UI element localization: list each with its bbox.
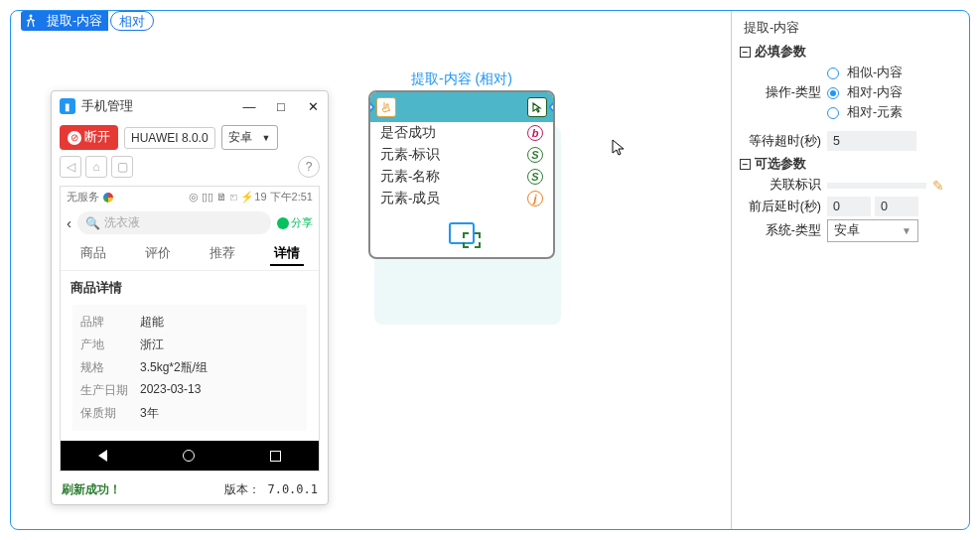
node-output-row: 元素-名称S — [370, 166, 553, 188]
section-optional[interactable]: − 可选参数 — [740, 155, 961, 173]
collapse-icon: − — [740, 47, 751, 58]
collapse-icon: − — [740, 159, 751, 170]
output-connector[interactable] — [548, 100, 555, 114]
chip-text-1: 提取-内容 — [41, 11, 108, 31]
svg-point-0 — [30, 15, 33, 18]
section-required[interactable]: − 必填参数 — [740, 43, 961, 61]
chevron-down-icon: ▼ — [262, 133, 271, 143]
radio-relative-element[interactable] — [827, 107, 839, 119]
type-badge: S — [527, 169, 543, 185]
phone-screen: 无服务 ◎ ▯▯ 🗎 ⏍ ⚡19 下午2:51 ‹ 🔍洗衣液 分享 商品评价推荐… — [60, 186, 320, 472]
mouse-cursor-icon — [611, 138, 627, 163]
panel-title: 提取-内容 — [740, 17, 961, 39]
type-badge: b — [527, 125, 543, 141]
tab-3[interactable]: 详情 — [270, 242, 304, 266]
type-badge: j — [527, 191, 543, 206]
wait-timeout-label: 等待超时(秒) — [740, 133, 827, 150]
element-thumb-icon — [449, 222, 475, 244]
android-navbar — [61, 441, 319, 471]
phone-manager-window: ▮ 手机管理 — □ ✕ ⊘断开 HUAWEI 8.0.0 安卓▼ ◁ ⌂ ▢ … — [51, 90, 329, 505]
op-type-label: 操作-类型 — [740, 84, 827, 101]
node-footer — [370, 209, 553, 257]
chip-text-2: 相对 — [110, 11, 154, 31]
detail-row: 规格3.5kg*2瓶/组 — [80, 356, 299, 379]
walk-icon — [21, 11, 41, 31]
cursor-icon — [527, 97, 547, 117]
maximize-button[interactable]: □ — [274, 99, 288, 113]
input-connector[interactable] — [368, 100, 375, 114]
share-button[interactable]: 分享 — [277, 215, 313, 230]
wait-timeout-input[interactable]: 5 — [827, 131, 916, 151]
disconnect-button[interactable]: ⊘断开 — [60, 125, 118, 150]
close-button[interactable]: ✕ — [306, 99, 320, 113]
phone-icon: ▮ — [60, 98, 75, 114]
node-box: 是否成功b元素-标识S元素-名称S元素-成员j — [368, 90, 555, 259]
tap-icon — [376, 97, 396, 117]
tab-1[interactable]: 评价 — [141, 242, 175, 266]
delay-label: 前后延时(秒) — [740, 199, 827, 215]
version-label: 版本： 7.0.0.1 — [224, 481, 318, 498]
search-box[interactable]: 🔍洗衣液 — [77, 211, 271, 234]
chevron-down-icon: ▼ — [902, 225, 911, 236]
delay-before-input[interactable]: 0 — [827, 197, 871, 216]
help-button[interactable]: ? — [298, 156, 320, 178]
wechat-icon — [277, 217, 289, 229]
radio-relative-content[interactable] — [827, 87, 839, 99]
detail-row: 产地浙江 — [80, 334, 299, 356]
nav-recent-icon[interactable] — [270, 451, 281, 462]
product-tabs: 商品评价推荐详情 — [61, 238, 319, 271]
stop-icon: ⊘ — [68, 131, 81, 145]
detail-section-title: 商品详情 — [61, 271, 319, 305]
type-badge: S — [527, 147, 543, 163]
relation-id-input[interactable] — [827, 183, 926, 189]
os-select[interactable]: 安卓▼ — [221, 125, 278, 150]
nav-home-button[interactable]: ⌂ — [85, 156, 107, 178]
relation-id-label: 关联标识 — [740, 177, 827, 194]
window-titlebar[interactable]: ▮ 手机管理 — □ ✕ — [52, 91, 328, 121]
window-title: 手机管理 — [81, 97, 224, 115]
radio-similar-content[interactable] — [827, 68, 839, 79]
nav-home-icon[interactable] — [183, 450, 195, 462]
system-type-label: 系统-类型 — [740, 222, 827, 239]
device-label: HUAWEI 8.0.0 — [124, 127, 215, 149]
nav-back-icon[interactable] — [98, 450, 107, 462]
detail-row: 品牌超能 — [80, 311, 299, 334]
node-header — [370, 92, 553, 122]
node-output-row: 元素-成员j — [370, 188, 553, 209]
delay-after-input[interactable]: 0 — [875, 197, 918, 216]
back-icon[interactable]: ‹ — [67, 214, 71, 231]
tab-0[interactable]: 商品 — [76, 242, 110, 266]
nav-back-button[interactable]: ◁ — [60, 156, 81, 178]
node-output-row: 元素-标识S — [370, 144, 553, 166]
tab-2[interactable]: 推荐 — [206, 242, 239, 266]
title-chip: 提取-内容 相对 — [21, 11, 154, 31]
edit-icon[interactable]: ✎ — [930, 178, 946, 194]
refresh-status: 刷新成功！ — [62, 481, 121, 498]
detail-row: 生产日期2023-03-13 — [80, 379, 299, 402]
system-type-select[interactable]: 安卓▼ — [827, 219, 918, 242]
node-output-row: 是否成功b — [370, 122, 553, 144]
main-frame: 提取-内容 相对 提取-内容 − 必填参数 相似-内容 操作-类型相对-内容 相… — [10, 10, 970, 530]
workflow-node[interactable]: 提取-内容 (相对) 是否成功b元素-标识S元素-名称S元素-成员j — [368, 70, 555, 259]
color-ring-icon — [103, 193, 113, 202]
minimize-button[interactable]: — — [242, 99, 256, 113]
node-title: 提取-内容 (相对) — [368, 70, 555, 88]
nav-recent-button[interactable]: ▢ — [111, 156, 133, 178]
detail-row: 保质期3年 — [80, 402, 299, 425]
status-icons: ◎ ▯▯ 🗎 ⏍ ⚡19 下午2:51 — [189, 190, 313, 204]
search-icon: 🔍 — [85, 216, 100, 230]
signal-status: 无服务 — [67, 190, 99, 204]
properties-panel: 提取-内容 − 必填参数 相似-内容 操作-类型相对-内容 相对-元素 等待超时… — [731, 11, 969, 529]
detail-table: 品牌超能产地浙江规格3.5kg*2瓶/组生产日期2023-03-13保质期3年 — [72, 305, 307, 431]
